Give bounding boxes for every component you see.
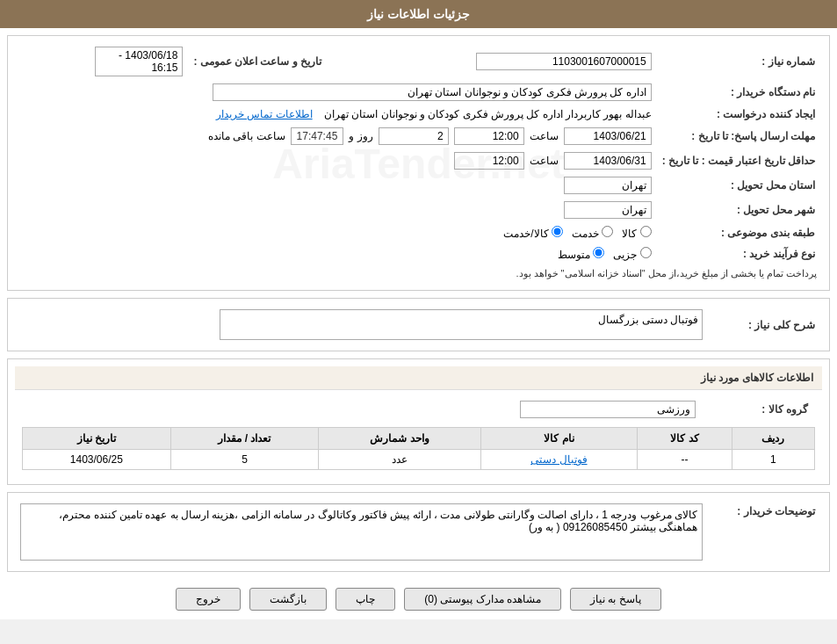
- ostan-value: تهران: [15, 173, 657, 198]
- gorohe-box: ورزشی: [520, 401, 696, 418]
- radio-motavasit[interactable]: [593, 247, 604, 258]
- sharh-section: شرح کلی نیاز : فوتبال دستی بزرگسال: [7, 298, 830, 351]
- towzihat-section: توضیحات خریدار : کالای مرغوب ودرجه 1 ، د…: [7, 492, 830, 572]
- tarikh-box: 1403/06/18 - 16:15: [95, 47, 183, 76]
- radio-khadamat-label[interactable]: خدمت: [572, 226, 613, 240]
- hadaqal-saat: 12:00: [454, 152, 524, 170]
- page-title: جزئیات اطلاعات نیاز: [367, 7, 470, 21]
- nam-dastgah-label: نام دستگاه خریدار :: [657, 80, 822, 105]
- gorohe-label: گروه کالا :: [701, 397, 815, 422]
- th-tarikh: تاریخ نیاز: [23, 428, 171, 450]
- roz-label: روز و: [349, 130, 372, 142]
- saat-label-hadaqal: ساعت: [530, 155, 559, 167]
- mohlat-row: 1403/06/21 ساعت 12:00 2 روز و 17:47:45 س…: [15, 124, 657, 148]
- mohlat-label: مهلت ارسال پاسخ: تا تاریخ :: [657, 124, 822, 148]
- sharh-table: شرح کلی نیاز : فوتبال دستی بزرگسال: [15, 306, 822, 344]
- radio-jozei-label[interactable]: جزیی: [613, 247, 651, 261]
- sharh-label: شرح کلی نیاز :: [708, 306, 822, 344]
- baqi-label: ساعت باقی مانده: [208, 130, 285, 142]
- kala-section-title: اطلاعات کالاهای مورد نیاز: [15, 366, 822, 390]
- shahr-box: تهران: [564, 201, 652, 219]
- bazgasht-button[interactable]: بازگشت: [249, 588, 327, 611]
- pasokh-button[interactable]: پاسخ به نیاز: [570, 588, 661, 611]
- radio-kala[interactable]: [640, 226, 652, 237]
- sharh-value-cell: فوتبال دستی بزرگسال: [15, 306, 708, 344]
- tabaghe-row: کالا خدمت کالا/خدمت: [15, 222, 657, 243]
- th-tedad: تعداد / مقدار: [170, 428, 319, 450]
- ijad-konande-text: عبداله بهور کاربردار اداره کل پرورش فکری…: [324, 108, 652, 120]
- radio-kala-khadamat-label[interactable]: کالا/خدمت: [503, 226, 563, 240]
- towzihat-value-cell: کالای مرغوب ودرجه 1 ، دارای اصالت وگاران…: [15, 500, 708, 564]
- mohlat-roz-val: 2: [379, 127, 449, 145]
- towzihat-box: کالای مرغوب ودرجه 1 ، دارای اصالت وگاران…: [20, 503, 703, 561]
- cell-vahed: عدد: [319, 450, 481, 470]
- khoroj-button[interactable]: خروج: [176, 588, 241, 611]
- moshahdeh-button[interactable]: مشاهده مدارک پیوستی (0): [404, 588, 561, 611]
- ijad-konande-value: عبداله بهور کاربردار اداره کل پرورش فکری…: [15, 105, 657, 124]
- th-nam: نام کالا: [480, 428, 637, 450]
- tarikh-label: تاریخ و ساعت اعلان عمومی :: [188, 43, 328, 80]
- towzihat-table: توضیحات خریدار : کالای مرغوب ودرجه 1 ، د…: [15, 500, 822, 564]
- ijad-konande-label: ایجاد کننده درخواست :: [657, 105, 822, 124]
- cell-radif: 1: [732, 450, 814, 470]
- radio-jozei[interactable]: [640, 247, 652, 258]
- hadaqal-row: 1403/06/31 ساعت 12:00: [15, 148, 657, 173]
- radio-motavasit-label[interactable]: متوسط: [558, 247, 604, 261]
- notice-text: پرداخت تمام یا بخشی از مبلغ خرید،از محل …: [15, 264, 822, 283]
- radio-kala-label[interactable]: کالا: [622, 226, 651, 240]
- radio-kala-khadamat[interactable]: [552, 226, 563, 237]
- tabaghe-label: طبقه بندی موضوعی :: [657, 222, 822, 243]
- mohlat-timer: 17:47:45: [291, 127, 344, 145]
- shomara-label: شماره نیاز :: [657, 43, 822, 80]
- sharh-box: فوتبال دستی بزرگسال: [220, 309, 703, 340]
- tamase-link[interactable]: اطلاعات تماس خریدار: [216, 108, 313, 120]
- ostan-label: استان محل تحویل :: [657, 173, 822, 198]
- info-section: AriaTender.net شماره نیاز : 110300160700…: [7, 35, 830, 291]
- cell-kod: --: [637, 450, 732, 470]
- shomara-value: 1103001607000015: [328, 43, 657, 80]
- gorohe-table: گروه کالا : ورزشی: [22, 397, 815, 422]
- kala-section-inner: گروه کالا : ورزشی ردیف کد کالا نام کالا …: [15, 390, 822, 477]
- radio-khadamat[interactable]: [602, 226, 613, 237]
- kala-section: اطلاعات کالاهای مورد نیاز گروه کالا : ور…: [7, 358, 830, 485]
- cell-tedad: 5: [170, 450, 319, 470]
- hadaqal-label: حداقل تاریخ اعتبار قیمت : تا تاریخ :: [657, 148, 822, 173]
- th-radif: ردیف: [732, 428, 814, 450]
- hadaqal-date: 1403/06/31: [564, 152, 652, 170]
- th-kod: کد کالا: [637, 428, 732, 450]
- goods-table: ردیف کد کالا نام کالا واحد شمارش تعداد /…: [22, 427, 815, 470]
- mohlat-date: 1403/06/21: [564, 127, 652, 145]
- gorohe-value-cell: ورزشی: [22, 397, 701, 422]
- cell-nam: فوتبال دستی: [480, 450, 637, 470]
- chap-button[interactable]: چاپ: [336, 588, 395, 611]
- shahr-value: تهران: [15, 198, 657, 222]
- cell-tarikh: 1403/06/25: [23, 450, 171, 470]
- shahr-label: شهر محل تحویل :: [657, 198, 822, 222]
- tarikh-value: 1403/06/18 - 16:15: [15, 43, 188, 80]
- shomara-box: 1103001607000015: [476, 53, 652, 70]
- th-vahed: واحد شمارش: [319, 428, 481, 450]
- feraiand-row: جزیی متوسط: [15, 243, 657, 264]
- ostan-box: تهران: [564, 177, 652, 194]
- page-header: جزئیات اطلاعات نیاز: [0, 0, 837, 28]
- saat-label-mohlat: ساعت: [530, 130, 559, 142]
- nam-dastgah-value: اداره کل پرورش فکری کودکان و نوجوانان اس…: [15, 80, 657, 105]
- towzihat-label: توضیحات خریدار :: [708, 500, 822, 564]
- nam-dastgah-box: اداره کل پرورش فکری کودکان و نوجوانان اس…: [213, 83, 652, 101]
- feraiand-label: نوع فرآیند خرید :: [657, 243, 822, 264]
- mohlat-saat: 12:00: [454, 127, 524, 145]
- table-row: 1 -- فوتبال دستی عدد 5 1403/06/25: [23, 450, 815, 470]
- button-bar: پاسخ به نیاز مشاهده مدارک پیوستی (0) چاپ…: [0, 579, 837, 619]
- nam-kala-link[interactable]: فوتبال دستی: [530, 453, 587, 466]
- info-table: شماره نیاز : 1103001607000015 تاریخ و سا…: [15, 43, 822, 283]
